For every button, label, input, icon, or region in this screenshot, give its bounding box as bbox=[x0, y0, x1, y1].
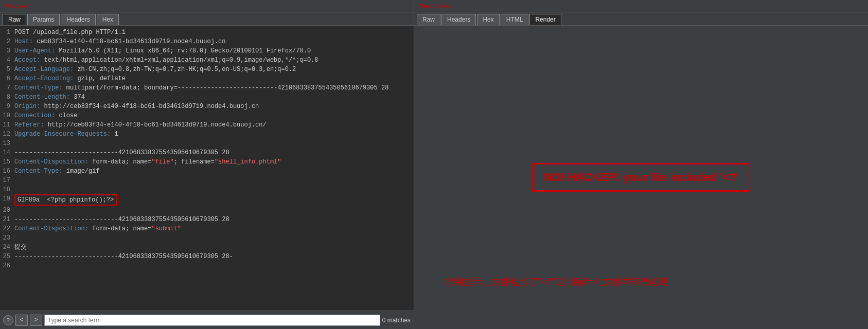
request-title: Request bbox=[0, 0, 414, 12]
request-tab-bar: Raw Params Headers Hex bbox=[0, 12, 414, 26]
tab-html-response[interactable]: HTML bbox=[501, 14, 529, 25]
request-panel: Request Raw Params Headers Hex 1 POST /u… bbox=[0, 0, 414, 329]
table-row: 19 GIF89a <?php phpinfo();?> bbox=[0, 194, 406, 206]
search-bar: ? < > 0 matches bbox=[0, 310, 414, 329]
table-row: 15 Content-Disposition: form-data; name=… bbox=[0, 157, 406, 167]
main-container: Request Raw Params Headers Hex 1 POST /u… bbox=[0, 0, 868, 329]
table-row: 21 ----------------------------421068338… bbox=[0, 215, 406, 224]
chinese-annotation: 得到提示，文件包含了"<?",说明有针对文件内容做检测 bbox=[445, 276, 668, 288]
tab-params-request[interactable]: Params bbox=[27, 14, 60, 25]
table-row: 12 Upgrade-Insecure-Requests: 1 bbox=[0, 130, 406, 139]
hacker-message: NO! HACKER! your file included '<?' bbox=[532, 163, 751, 192]
tab-headers-response[interactable]: Headers bbox=[441, 14, 476, 25]
table-row: 3 User-Agent: Mozilla/5.0 (X11; Linux x8… bbox=[0, 46, 406, 56]
prev-button[interactable]: < bbox=[15, 315, 28, 326]
table-row: 1 POST /upload_file.php HTTP/1.1 bbox=[0, 28, 406, 37]
tab-render-response[interactable]: Render bbox=[529, 14, 561, 25]
table-row: 9 Origin: http://ceb83f34-e140-4f18-bc61… bbox=[0, 102, 406, 111]
table-row: 8 Content-Length: 374 bbox=[0, 93, 406, 102]
table-row: 18 bbox=[0, 185, 406, 194]
search-input[interactable] bbox=[44, 315, 380, 326]
table-row: 20 bbox=[0, 206, 406, 215]
request-content-area: 1 POST /upload_file.php HTTP/1.1 2 Host:… bbox=[0, 26, 414, 310]
table-row: 17 bbox=[0, 176, 406, 185]
tab-raw-request[interactable]: Raw bbox=[3, 14, 26, 25]
matches-label: 0 matches bbox=[382, 317, 411, 324]
table-row: 22 Content-Disposition: form-data; name=… bbox=[0, 224, 406, 233]
table-row: 14 ----------------------------421068338… bbox=[0, 148, 406, 157]
table-row: 10 Connection: close bbox=[0, 111, 406, 120]
response-title: Response bbox=[414, 0, 868, 12]
table-row: 7 Content-Type: multipart/form-data; bou… bbox=[0, 83, 406, 93]
table-row: 24 提交 bbox=[0, 243, 406, 252]
table-row: 6 Accept-Encoding: gzip, deflate bbox=[0, 74, 406, 83]
next-button[interactable]: > bbox=[30, 315, 42, 326]
tab-raw-response[interactable]: Raw bbox=[417, 14, 440, 25]
tab-hex-request[interactable]: Hex bbox=[97, 14, 119, 25]
table-row: 13 bbox=[0, 139, 406, 148]
response-panel: Response Raw Headers Hex HTML Render NO!… bbox=[414, 0, 868, 329]
table-row: 16 Content-Type: image/gif bbox=[0, 167, 406, 176]
response-tab-bar: Raw Headers Hex HTML Render bbox=[414, 12, 868, 26]
tab-headers-request[interactable]: Headers bbox=[61, 14, 95, 25]
help-icon[interactable]: ? bbox=[3, 315, 13, 325]
table-row: 23 bbox=[0, 233, 406, 243]
table-row: 5 Accept-Language: zh-CN,zh;q=0.8,zh-TW;… bbox=[0, 65, 406, 74]
tab-hex-response[interactable]: Hex bbox=[477, 14, 499, 25]
table-row: 4 Accept: text/html,application/xhtml+xm… bbox=[0, 56, 406, 65]
table-row: 2 Host: ceb83f34-e140-4f18-bc61-bd34613d… bbox=[0, 37, 406, 46]
table-row: 11 Referer: http://ceb83f34-e140-4f18-bc… bbox=[0, 120, 406, 130]
table-row: 26 bbox=[0, 261, 406, 270]
code-lines: 1 POST /upload_file.php HTTP/1.1 2 Host:… bbox=[0, 28, 414, 270]
response-content: NO! HACKER! your file included '<?' 得到提示… bbox=[414, 26, 868, 329]
table-row: 25 ----------------------------421068338… bbox=[0, 252, 406, 261]
